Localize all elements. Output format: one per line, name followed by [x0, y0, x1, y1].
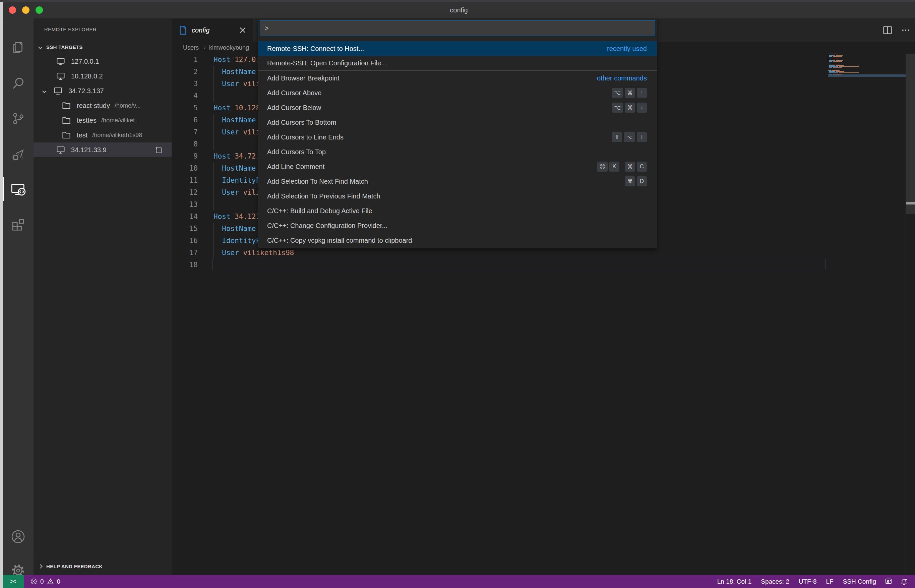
extensions-icon[interactable] [3, 212, 34, 236]
code-line-18[interactable]: 18 [172, 259, 915, 271]
minimap[interactable] [828, 53, 905, 255]
minimap-line [828, 53, 905, 54]
line-number: 1 [172, 53, 198, 66]
line-number: 2 [172, 66, 198, 78]
search-icon[interactable] [3, 71, 34, 95]
feedback-icon[interactable] [881, 578, 896, 585]
palette-item[interactable]: C/C++: Copy vcpkg install command to cli… [258, 233, 657, 248]
keybinding-key: ↓ [637, 103, 647, 113]
minimap-line [828, 73, 905, 73]
command-palette-list: Remote-SSH: Connect to Host...recently u… [258, 41, 657, 248]
tree-item-react-study[interactable]: react-study/home/v... [34, 98, 172, 113]
remote-indicator[interactable]: >< [3, 575, 24, 588]
code-text: User viliketh1s98 [213, 247, 294, 259]
title-bar: config [3, 2, 915, 18]
tree-item-10.128.0.2[interactable]: 10.128.0.2 [34, 69, 172, 84]
overview-ruler-cursor-marker [906, 202, 915, 205]
minimap-line [828, 71, 905, 72]
folder-icon [62, 101, 71, 110]
explorer-icon[interactable] [3, 35, 34, 59]
minimap-line [828, 55, 905, 56]
cursor-position-status[interactable]: Ln 18, Col 1 [713, 578, 756, 585]
palette-item-label: Remote-SSH: Connect to Host... [267, 45, 607, 53]
error-icon [30, 578, 37, 585]
keybinding-key: ⌘ [625, 103, 635, 113]
tree-item-34.121.33.9[interactable]: 34.121.33.9 [34, 142, 172, 157]
language-mode-status[interactable]: SSH Config [838, 578, 881, 585]
tree-item-path: /home/viliketh1s98 [92, 132, 142, 139]
palette-item[interactable]: Remote-SSH: Connect to Host...recently u… [258, 41, 657, 56]
tab-config[interactable]: config [172, 18, 253, 42]
tree-item-path: /home/viliket... [101, 117, 140, 124]
minimap-line [828, 66, 905, 67]
eol-status[interactable]: LF [821, 578, 838, 585]
encoding-status[interactable]: UTF-8 [794, 578, 821, 585]
command-palette-input[interactable] [260, 24, 655, 32]
run-and-debug-icon[interactable] [3, 142, 34, 166]
ssh-targets-section-header[interactable]: SSH TARGETS [34, 40, 172, 54]
keybinding-group: ⌘C [625, 162, 647, 172]
palette-item-label: Add Browser Breakpoint [267, 74, 597, 82]
problems-status[interactable]: 0 0 [30, 578, 60, 585]
palette-item-note: recently used [607, 45, 647, 53]
remote-explorer-icon[interactable] [3, 177, 34, 201]
tree-item-label: test [77, 131, 87, 139]
indentation-status[interactable]: Spaces: 2 [756, 578, 794, 585]
palette-item-label: Add Cursor Below [267, 104, 606, 111]
keybinding-group: ⌥⌘↓ [612, 103, 647, 113]
palette-item[interactable]: Add Cursors To Bottom [258, 115, 657, 130]
palette-item[interactable]: Add Cursors To Top [258, 144, 657, 159]
tree-item-testtes[interactable]: testtes/home/viliket... [34, 113, 172, 128]
connect-new-window-icon[interactable] [153, 145, 163, 155]
vm-icon [56, 57, 65, 66]
tree-item-34.72.3.137[interactable]: 34.72.3.137 [34, 84, 172, 98]
palette-item[interactable]: Add Line Comment⌘K⌘C [258, 159, 657, 174]
palette-item[interactable]: Add Selection To Next Find Match⌘D [258, 174, 657, 189]
window-title: config [3, 2, 915, 18]
palette-item-label: Add Line Comment [267, 163, 592, 171]
breadcrumb-item[interactable]: Users [183, 44, 199, 51]
line-number: 3 [172, 78, 198, 90]
minimap-current-line [828, 74, 905, 77]
desktop-background-sliver [0, 2, 3, 588]
source-control-icon[interactable] [3, 106, 34, 131]
chevron-right-icon [202, 46, 206, 50]
split-editor-icon[interactable] [883, 26, 892, 35]
line-number: 16 [172, 235, 198, 247]
indent-guide [213, 138, 213, 150]
line-number: 17 [172, 247, 198, 259]
tree-item-path: /home/v... [115, 102, 141, 109]
line-number: 11 [172, 174, 198, 186]
palette-item[interactable]: C/C++: Build and Debug Active File [258, 204, 657, 218]
chevron-right-icon [38, 564, 43, 569]
palette-item[interactable]: Add Cursors to Line Ends⇧⌥I [258, 130, 657, 144]
keybinding-group: ⇧⌥I [612, 132, 647, 142]
code-line-17[interactable]: 17 User viliketh1s98 [172, 247, 915, 259]
palette-item[interactable]: Add Selection To Previous Find Match [258, 189, 657, 204]
notifications-bell-icon[interactable] [896, 578, 912, 585]
tree-item-127.0.0.1[interactable]: 127.0.0.1 [34, 54, 172, 69]
more-actions-icon[interactable] [901, 26, 910, 35]
palette-item[interactable]: Add Cursor Below⌥⌘↓ [258, 100, 657, 115]
palette-item[interactable]: Add Browser Breakpointother commands [258, 71, 657, 86]
minimap-line [828, 60, 905, 61]
breadcrumb-item[interactable]: kimwookyoung [209, 44, 249, 51]
palette-item-label: Remote-SSH: Open Configuration File... [267, 59, 647, 67]
tree-item-label: testtes [77, 117, 97, 124]
tree-item-test[interactable]: test/home/viliketh1s98 [34, 128, 172, 142]
line-number: 10 [172, 162, 198, 174]
keybinding-key: ⌥ [612, 88, 623, 98]
line-number: 18 [172, 259, 198, 271]
help-and-feedback-section[interactable]: HELP AND FEEDBACK [34, 559, 172, 573]
keybinding-key: K [609, 162, 620, 172]
activity-bar [3, 18, 34, 575]
palette-item[interactable]: Remote-SSH: Open Configuration File... [258, 56, 657, 71]
scrollbar-slider[interactable] [906, 53, 915, 214]
palette-item[interactable]: C/C++: Change Configuration Provider... [258, 218, 657, 233]
tab-label: config [192, 26, 238, 34]
keybinding-key: I [637, 132, 647, 142]
close-icon[interactable] [238, 26, 247, 34]
tree-item-label: 34.121.33.9 [71, 146, 107, 154]
account-icon[interactable] [3, 525, 34, 549]
palette-item[interactable]: Add Cursor Above⌥⌘↑ [258, 86, 657, 100]
